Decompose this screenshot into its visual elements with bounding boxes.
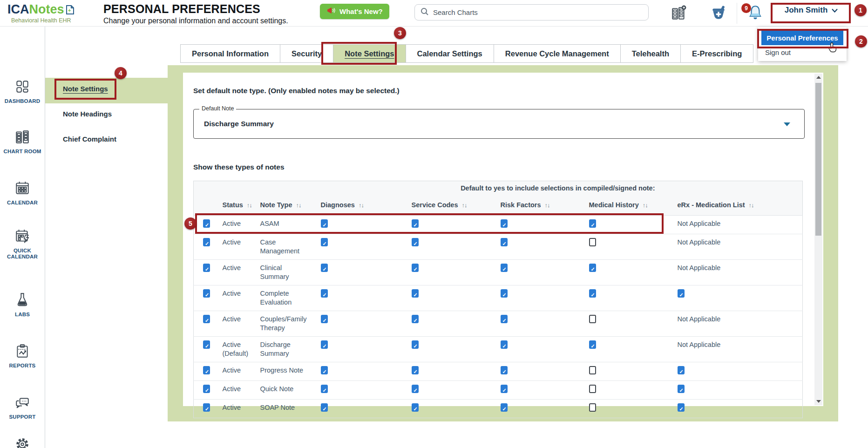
service-codes-checkbox[interactable] — [412, 366, 419, 374]
note-enabled-checkbox[interactable] — [203, 385, 210, 393]
sidebar-item-calendar[interactable]: CALENDAR — [0, 180, 45, 206]
medical-history-checkbox[interactable] — [589, 289, 596, 298]
scroll-up-arrow[interactable] — [814, 74, 822, 81]
erx-checkbox[interactable] — [678, 289, 685, 298]
medical-history-checkbox[interactable] — [589, 403, 596, 412]
tab-calendar-settings[interactable]: Calendar Settings — [406, 44, 494, 63]
sidebar-item-settings[interactable]: SETTINGS — [0, 436, 45, 448]
diagnoses-checkbox[interactable] — [321, 366, 328, 374]
erx-checkbox[interactable] — [678, 385, 685, 393]
tab-revenue-cycle-management[interactable]: Revenue Cycle Management — [494, 44, 621, 63]
subnav-item-note-settings[interactable]: Note Settings — [63, 85, 108, 93]
medical-history-checkbox[interactable] — [589, 238, 596, 246]
header-divider — [737, 3, 737, 24]
risk-factors-checkbox[interactable] — [501, 366, 508, 374]
service-codes-checkbox[interactable] — [412, 403, 419, 412]
risk-factors-checkbox[interactable] — [501, 264, 508, 272]
column-header-service-codes[interactable]: Service Codes↑↓ — [404, 195, 493, 216]
service-codes-checkbox[interactable] — [412, 289, 419, 298]
tab-security[interactable]: Security — [280, 44, 333, 63]
column-header-diagnoses[interactable]: Diagnoses↑↓ — [313, 195, 404, 216]
status-cell: Active — [216, 234, 252, 260]
diagnoses-checkbox[interactable] — [321, 289, 328, 298]
tab-telehealth[interactable]: Telehealth — [621, 44, 681, 63]
note-enabled-checkbox[interactable] — [203, 264, 210, 272]
mortar-add-icon[interactable] — [710, 5, 727, 23]
tab-note-settings[interactable]: Note Settings — [333, 44, 406, 63]
diagnoses-checkbox[interactable] — [321, 403, 328, 412]
diagnoses-checkbox[interactable] — [321, 264, 328, 272]
medical-history-checkbox[interactable] — [589, 315, 596, 323]
service-codes-checkbox[interactable] — [412, 340, 419, 349]
file-cabinet-add-icon[interactable] — [671, 5, 687, 23]
app-header: ICANotes+ Behavioral Health EHR PERSONAL… — [0, 0, 868, 27]
diagnoses-checkbox[interactable] — [321, 385, 328, 393]
column-header-medical-history[interactable]: Medical History↑↓ — [582, 195, 670, 216]
risk-factors-checkbox[interactable] — [501, 219, 508, 228]
diagnoses-checkbox[interactable] — [321, 219, 328, 228]
default-note-value: Discharge Summary — [204, 120, 274, 128]
service-codes-checkbox[interactable] — [412, 315, 419, 323]
erx-checkbox[interactable] — [678, 403, 685, 412]
erx-cell: Not Applicable — [670, 260, 803, 285]
medical-history-checkbox[interactable] — [589, 385, 596, 393]
sidebar-item-labs[interactable]: LABS — [0, 292, 45, 318]
diagnoses-checkbox[interactable] — [321, 238, 328, 246]
sidebar-item-support[interactable]: SUPPORT — [0, 394, 45, 420]
medical-history-checkbox[interactable] — [589, 366, 596, 374]
app-logo[interactable]: ICANotes+ Behavioral Health EHR — [7, 3, 75, 24]
column-header-risk-factors[interactable]: Risk Factors↑↓ — [493, 195, 582, 216]
default-note-label: Default Note — [199, 105, 236, 112]
medical-history-checkbox[interactable] — [589, 340, 596, 349]
risk-factors-checkbox[interactable] — [501, 315, 508, 323]
note-enabled-checkbox[interactable] — [203, 366, 210, 374]
dropdown-caret-icon[interactable] — [784, 122, 790, 126]
service-codes-checkbox[interactable] — [412, 238, 419, 246]
default-note-select[interactable]: Default Note Discharge Summary — [193, 109, 805, 139]
table-row-case-management: Active Case Management Not Applicable — [194, 234, 803, 260]
menu-item-sign-out[interactable]: Sign out — [758, 45, 847, 56]
scrollbar-thumb[interactable] — [815, 83, 821, 236]
risk-factors-checkbox[interactable] — [501, 403, 508, 412]
note-enabled-checkbox[interactable] — [203, 315, 210, 323]
note-enabled-checkbox[interactable] — [203, 289, 210, 298]
table-row-asam: Active ASAM Not Applicable — [194, 216, 803, 234]
risk-factors-checkbox[interactable] — [501, 289, 508, 298]
search-charts-input[interactable] — [433, 8, 648, 16]
service-codes-checkbox[interactable] — [412, 219, 419, 228]
tab-e-prescribing[interactable]: E-Prescribing — [681, 44, 753, 63]
note-enabled-checkbox[interactable] — [203, 340, 210, 349]
note-enabled-checkbox[interactable] — [203, 403, 210, 412]
sidebar-item-label: DASHBOARD — [0, 98, 45, 104]
sidebar-item-dashboard[interactable]: DASHBOARD — [0, 79, 45, 104]
tab-personal-information[interactable]: Personal Information — [180, 44, 280, 63]
medical-history-checkbox[interactable] — [589, 219, 596, 228]
menu-item-personal-preferences[interactable]: Personal Preferences — [761, 31, 843, 45]
risk-factors-checkbox[interactable] — [501, 238, 508, 246]
sidebar-item-quick-calendar[interactable]: QUICK CALENDAR — [0, 228, 45, 260]
medical-history-checkbox[interactable] — [589, 264, 596, 272]
sidebar-item-reports[interactable]: REPORTS — [0, 343, 45, 369]
risk-factors-checkbox[interactable] — [501, 385, 508, 393]
table-row-quick-note: Active Quick Note — [194, 381, 803, 400]
user-menu-button[interactable]: John Smith — [773, 6, 849, 15]
column-header-erx-medication-list[interactable]: eRx - Medication List↑↓ — [670, 195, 803, 216]
column-header-note-type[interactable]: Note Type↑↓ — [252, 195, 313, 216]
vertical-scrollbar[interactable] — [814, 74, 822, 405]
note-enabled-checkbox[interactable] — [203, 238, 210, 246]
scroll-down-arrow[interactable] — [814, 398, 822, 405]
diagnoses-checkbox[interactable] — [321, 315, 328, 323]
subnav-item-chief-complaint[interactable]: Chief Complaint — [63, 135, 116, 143]
column-header-status[interactable]: Status↑↓ — [216, 195, 252, 216]
whats-new-button[interactable]: What's New? — [320, 4, 389, 19]
erx-checkbox[interactable] — [678, 366, 685, 374]
diagnoses-checkbox[interactable] — [321, 340, 328, 349]
note-types-table: Default to yes to include selections in … — [193, 181, 803, 418]
sidebar-item-label: LABS — [0, 312, 45, 318]
sidebar-item-chart-room[interactable]: CHART ROOM — [0, 129, 45, 155]
subnav-item-note-headings[interactable]: Note Headings — [63, 110, 112, 118]
note-enabled-checkbox[interactable] — [203, 219, 210, 228]
service-codes-checkbox[interactable] — [412, 264, 419, 272]
service-codes-checkbox[interactable] — [412, 385, 419, 393]
risk-factors-checkbox[interactable] — [501, 340, 508, 349]
